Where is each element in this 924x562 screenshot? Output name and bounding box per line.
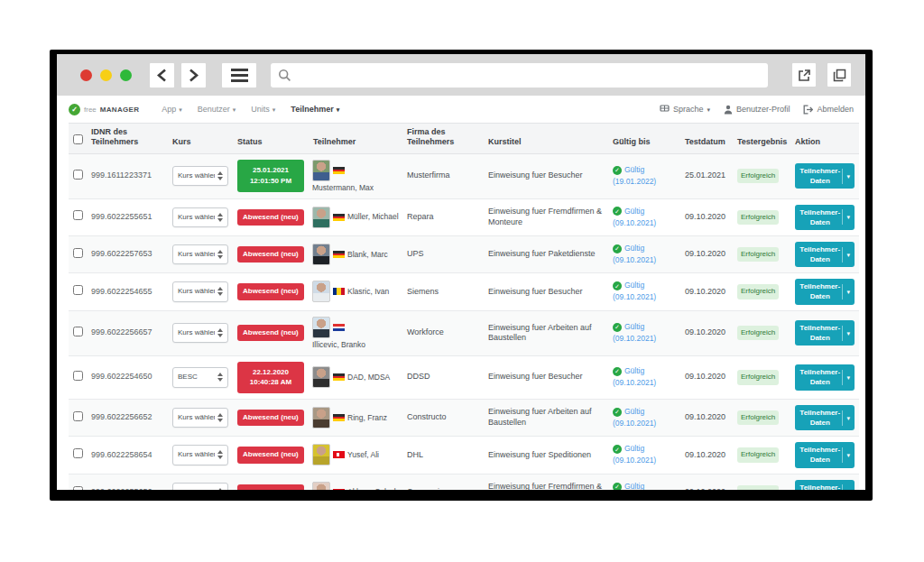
valid-check-icon: ✓ bbox=[613, 408, 622, 417]
caret-down-icon: ▾ bbox=[337, 106, 340, 113]
validity-link[interactable]: Gültig bbox=[624, 165, 644, 174]
participant-data-button[interactable]: Teilnehmer-Daten ▾ bbox=[795, 279, 855, 304]
participant-data-button[interactable]: Teilnehmer-Daten ▾ bbox=[795, 405, 855, 430]
app-content: ✓ free MANAGER App ▾ Benutzer ▾ Units ▾ … bbox=[57, 96, 865, 490]
validity-date-link[interactable]: (09.10.2021) bbox=[613, 292, 676, 302]
participant-cell: Mustermann, Max bbox=[312, 160, 401, 193]
participant-data-button[interactable]: Teilnehmer-Daten ▾ bbox=[795, 163, 855, 189]
minimize-window-button[interactable] bbox=[100, 69, 112, 81]
course-title: Einweisung fuer Besucher bbox=[488, 372, 583, 381]
menu-item-benutzer[interactable]: Benutzer ▾ bbox=[198, 105, 236, 114]
test-date: 09.10.2020 bbox=[685, 287, 725, 296]
row-checkbox[interactable] bbox=[73, 371, 83, 381]
course-select[interactable]: Kurs wählen bbox=[172, 323, 228, 343]
course-title: Einweisung fuer Fremdfirmen & Monteure bbox=[488, 207, 602, 226]
validity-link[interactable]: Gültig bbox=[624, 407, 644, 416]
back-button[interactable] bbox=[150, 63, 174, 88]
column-header-status: Status bbox=[233, 124, 309, 154]
course-select[interactable]: Kurs wählen bbox=[172, 166, 228, 186]
course-select[interactable]: BESC bbox=[172, 367, 228, 387]
test-result-badge: Erfolgreich bbox=[737, 169, 779, 183]
select-updown-icon bbox=[217, 213, 223, 222]
validity-link[interactable]: Gültig bbox=[624, 366, 644, 375]
validity-cell: ✓Gültig (09.10.2021) bbox=[613, 444, 676, 465]
test-date: 09.10.2020 bbox=[685, 372, 725, 381]
participant-name: Akbray, Selcuk bbox=[347, 487, 398, 490]
country-flag-icon bbox=[333, 214, 345, 221]
course-select-value: Kurs wählen bbox=[178, 250, 215, 259]
menu-item-units[interactable]: Units ▾ bbox=[251, 105, 275, 114]
participant-id: 999.6022255656 bbox=[91, 487, 152, 490]
search-bar[interactable] bbox=[271, 63, 768, 88]
participant-data-button[interactable]: Teilnehmer-Daten ▾ bbox=[795, 480, 855, 490]
row-checkbox[interactable] bbox=[73, 210, 83, 220]
caret-down-icon: ▾ bbox=[842, 326, 852, 341]
app-logo[interactable]: ✓ free MANAGER bbox=[69, 104, 139, 115]
validity-link[interactable]: Gültig bbox=[624, 444, 644, 453]
table-row: 999.6022254655 Kurs wählen Abwesend (neu… bbox=[69, 273, 859, 310]
open-external-button[interactable] bbox=[792, 63, 816, 87]
select-all-checkbox[interactable] bbox=[73, 134, 83, 144]
course-select[interactable]: Kurs wählen bbox=[172, 408, 228, 428]
close-window-button[interactable] bbox=[80, 69, 92, 81]
validity-link[interactable]: Gültig bbox=[624, 482, 644, 490]
language-menu[interactable]: Sprache ▾ bbox=[660, 105, 710, 114]
validity-date-link[interactable]: (09.10.2021) bbox=[613, 334, 676, 344]
valid-check-icon: ✓ bbox=[613, 323, 622, 332]
course-select[interactable]: Kurs wählen bbox=[172, 445, 228, 465]
validity-date-link[interactable]: (09.10.2021) bbox=[613, 419, 676, 428]
validity-date-link[interactable]: (09.10.2021) bbox=[613, 378, 676, 388]
caret-down-icon: ▾ bbox=[707, 106, 710, 113]
column-header-select[interactable] bbox=[69, 124, 87, 154]
validity-date-link[interactable]: (09.10.2021) bbox=[613, 218, 676, 228]
row-checkbox[interactable] bbox=[73, 285, 83, 295]
menu-button[interactable] bbox=[222, 63, 256, 88]
participant-photo bbox=[312, 482, 330, 490]
row-checkbox[interactable] bbox=[73, 411, 83, 421]
status-badge: Abwesend (neu) bbox=[237, 283, 304, 299]
logo-check-icon: ✓ bbox=[69, 104, 80, 115]
column-header-testdatum: Testdatum bbox=[680, 124, 733, 154]
hamburger-icon bbox=[231, 69, 248, 82]
caret-down-icon: ▾ bbox=[842, 484, 852, 490]
menu-item-label: Benutzer bbox=[198, 105, 230, 114]
forward-button[interactable] bbox=[181, 63, 206, 88]
row-checkbox[interactable] bbox=[73, 327, 83, 336]
validity-date-link[interactable]: (09.10.2021) bbox=[613, 456, 676, 465]
chevron-left-icon bbox=[156, 69, 168, 82]
duplicate-window-button[interactable] bbox=[827, 63, 851, 87]
validity-link[interactable]: Gültig bbox=[624, 207, 644, 216]
participant-data-button-label: Teilnehmer-Daten bbox=[798, 207, 842, 227]
validity-link[interactable]: Gültig bbox=[624, 322, 644, 331]
validity-link[interactable]: Gültig bbox=[624, 281, 644, 290]
participant-data-button[interactable]: Teilnehmer-Daten ▾ bbox=[795, 442, 855, 467]
participant-data-button[interactable]: Teilnehmer-Daten ▾ bbox=[795, 364, 855, 390]
test-result-badge: Erfolgreich bbox=[737, 210, 779, 225]
validity-date-link[interactable]: (09.10.2021) bbox=[613, 255, 676, 265]
course-select[interactable]: Kurs wählen bbox=[172, 483, 228, 490]
logout-menu[interactable]: Abmelden bbox=[803, 105, 854, 115]
menu-item-teilnehmer[interactable]: Teilnehmer ▾ bbox=[291, 105, 339, 114]
select-updown-icon bbox=[217, 287, 223, 296]
participant-data-button[interactable]: Teilnehmer-Daten ▾ bbox=[795, 205, 855, 230]
row-checkbox[interactable] bbox=[73, 448, 83, 458]
menu-item-app[interactable]: App ▾ bbox=[162, 105, 182, 114]
participant-data-button[interactable]: Teilnehmer-Daten ▾ bbox=[795, 242, 855, 267]
logo-text-2: MANAGER bbox=[100, 106, 139, 114]
status-badge: Abwesend (neu) bbox=[237, 209, 304, 226]
row-checkbox[interactable] bbox=[73, 248, 83, 258]
user-profile-menu[interactable]: Benutzer-Profil bbox=[724, 105, 790, 115]
row-checkbox[interactable] bbox=[73, 170, 83, 180]
caret-down-icon: ▾ bbox=[842, 247, 852, 263]
participant-data-button[interactable]: Teilnehmer-Daten ▾ bbox=[795, 320, 855, 345]
course-select[interactable]: Kurs wählen bbox=[172, 244, 228, 264]
row-checkbox[interactable] bbox=[73, 486, 83, 491]
course-select[interactable]: Kurs wählen bbox=[172, 207, 228, 227]
course-select[interactable]: Kurs wählen bbox=[172, 281, 228, 301]
validity-date-link[interactable]: (19.01.2022) bbox=[613, 177, 676, 187]
zoom-window-button[interactable] bbox=[120, 69, 132, 81]
validity-link[interactable]: Gültig bbox=[624, 244, 644, 253]
chevron-right-icon bbox=[188, 69, 199, 82]
test-date: 09.10.2020 bbox=[685, 249, 725, 258]
validity-cell: ✓Gültig (09.10.2021) bbox=[613, 407, 676, 428]
